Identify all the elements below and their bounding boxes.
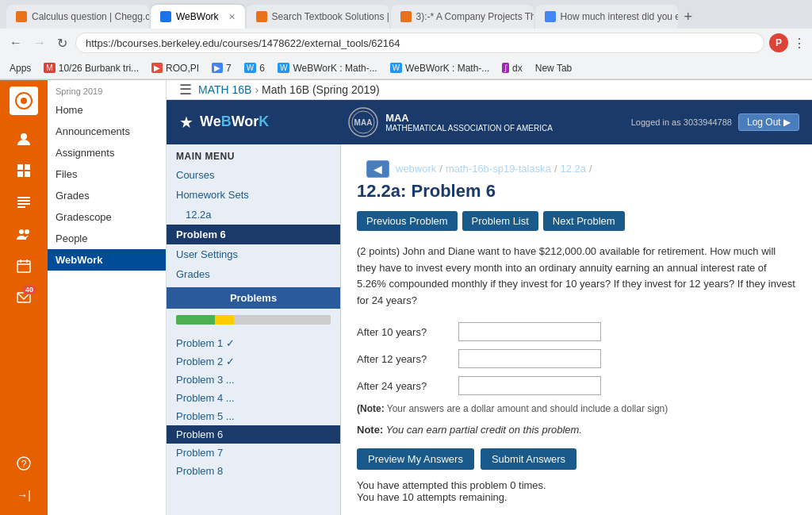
tab-webwork[interactable]: WeBWork ✕: [151, 5, 245, 29]
canvas-calendar-icon[interactable]: [10, 252, 38, 280]
prev-problem-button[interactable]: Previous Problem: [357, 211, 458, 231]
webwork-star-icon: ★: [179, 113, 193, 132]
inbox-badge: 40: [22, 285, 36, 294]
bookmark-gmail-label: 10/26 Burbank tri...: [59, 63, 139, 74]
bookmark-7-label: 7: [226, 63, 232, 74]
maa-subtitle: MATHEMATICAL ASSOCIATION OF AMERICA: [385, 124, 553, 133]
progress-bar: [176, 315, 331, 325]
bookmark-6[interactable]: W 6: [241, 61, 268, 75]
help-icon: ?: [16, 455, 32, 471]
tab-label-company: 3):-* A Company Projects The...: [416, 11, 534, 22]
bookmark-7[interactable]: ▶ 7: [209, 61, 235, 75]
progress-bar-container: [167, 309, 340, 331]
address-input[interactable]: [75, 33, 764, 53]
sidebar-item-webwork[interactable]: WebWork: [48, 249, 166, 271]
sidebar-item-announcements[interactable]: Announcements: [48, 121, 166, 142]
problem-item-5[interactable]: Problem 5 ...: [167, 407, 340, 425]
bookmark-dx[interactable]: ∫ dx: [499, 61, 525, 75]
forward-nav-button[interactable]: →: [30, 33, 49, 53]
new-tab-button[interactable]: +: [680, 9, 698, 25]
sidebar-user-settings-link[interactable]: User Settings: [167, 244, 340, 264]
sidebar-courses-link[interactable]: Courses: [167, 165, 340, 185]
bookmark-webwork1[interactable]: W WeBWorK : Math-...: [274, 61, 381, 75]
canvas-collapse-icon[interactable]: →|: [10, 481, 38, 509]
svg-point-1: [21, 98, 27, 104]
sidebar-item-assignments[interactable]: Assignments: [48, 142, 166, 163]
answer-label-24: After 24 years?: [357, 380, 452, 392]
canvas-courses-icon[interactable]: [10, 188, 38, 217]
tab-company[interactable]: 3):-* A Company Projects The... ✕: [391, 5, 534, 29]
logout-button[interactable]: Log Out ▶: [738, 113, 799, 131]
canvas-logo-icon: [14, 91, 33, 110]
problem-item-4[interactable]: Problem 4 ...: [167, 389, 340, 407]
maa-text: MAA MATHEMATICAL ASSOCIATION OF AMERICA: [385, 112, 553, 133]
profile-icon[interactable]: P: [769, 33, 788, 52]
sidebar-12-2a-link[interactable]: 12.2a: [167, 205, 340, 225]
next-problem-button[interactable]: Next Problem: [543, 211, 625, 231]
svg-point-12: [25, 229, 29, 234]
problem-item-3[interactable]: Problem 3 ...: [167, 371, 340, 389]
sidebar-item-files[interactable]: Files: [48, 163, 166, 185]
breadcrumb-webwork-link[interactable]: webwork: [396, 163, 436, 175]
answer-input-12[interactable]: [458, 349, 601, 368]
sidebar-item-home[interactable]: Home: [48, 99, 166, 121]
bookmark-apps-label: Apps: [10, 63, 31, 74]
problem-item-2[interactable]: Problem 2 ✓: [167, 352, 340, 371]
bookmark-newtab[interactable]: New Tab: [532, 61, 575, 75]
tab-favicon-webwork: [160, 11, 171, 22]
canvas-dashboard-icon[interactable]: [10, 156, 38, 185]
sidebar-item-people[interactable]: People: [48, 228, 166, 249]
svg-rect-13: [17, 261, 30, 272]
tab-interest[interactable]: How much interest did you ear... ✕: [535, 5, 678, 29]
svg-rect-7: [17, 197, 30, 198]
reload-button[interactable]: ↻: [54, 33, 71, 54]
problem-item-8[interactable]: Problem 8: [167, 462, 340, 480]
problem-list-button[interactable]: Problem List: [462, 211, 538, 231]
sidebar-problem6-active[interactable]: Problem 6: [167, 225, 340, 244]
svg-rect-9: [17, 203, 30, 205]
problem-item-1[interactable]: Problem 1 ✓: [167, 334, 340, 352]
groups-icon: [16, 226, 32, 242]
tab-chegg[interactable]: Calculus question | Chegg.com ✕: [6, 5, 149, 29]
svg-text:?: ?: [21, 459, 27, 470]
canvas-groups-icon[interactable]: [10, 220, 38, 248]
bookmark-gmail[interactable]: M 10/26 Burbank tri...: [40, 61, 142, 75]
sidebar-item-grades[interactable]: Grades: [48, 185, 166, 206]
answer-input-10[interactable]: [458, 322, 601, 341]
problem-list: Problem 1 ✓ Problem 2 ✓ Problem 3 ... Pr…: [167, 331, 340, 483]
breadcrumb-back-button[interactable]: ◀: [366, 160, 389, 178]
problem-item-6[interactable]: Problem 6: [167, 425, 340, 444]
sidebar-item-gradescope[interactable]: Gradescope: [48, 206, 166, 228]
bookmark-6-label: 6: [259, 63, 265, 74]
canvas-account-icon[interactable]: [10, 125, 38, 153]
bookmark-apps[interactable]: Apps: [6, 61, 34, 75]
bookmark-roo[interactable]: ▶ ROO,PI: [148, 61, 202, 75]
tab-bar: Calculus question | Chegg.com ✕ WeBWork …: [0, 0, 812, 29]
preview-answers-button[interactable]: Preview My Answers: [357, 448, 474, 470]
svg-rect-10: [17, 206, 25, 208]
bookmark-webwork2[interactable]: W WeBWorK : Math-...: [387, 61, 493, 75]
problem-nav: Previous Problem Problem List Next Probl…: [357, 211, 796, 231]
answer-input-24[interactable]: [458, 376, 601, 395]
submit-row: Preview My Answers Submit Answers: [357, 448, 796, 470]
sidebar-homework-sets-link[interactable]: Homework Sets: [167, 185, 340, 205]
answer-row-10: After 10 years?: [357, 322, 796, 341]
sidebar-grades-link[interactable]: Grades: [167, 264, 340, 284]
tab-favicon-search: [256, 11, 267, 22]
tab-search[interactable]: Search Textbook Solutions | C... ✕: [247, 5, 389, 29]
breadcrumb-course-link2[interactable]: math-16b-sp19-talaska: [446, 163, 551, 175]
dx-icon: ∫: [502, 63, 509, 73]
submit-answers-button[interactable]: Submit Answers: [481, 448, 576, 470]
back-nav-button[interactable]: ←: [6, 33, 25, 53]
canvas-inbox-icon[interactable]: 40: [10, 283, 38, 312]
hamburger-icon[interactable]: ☰: [179, 81, 192, 98]
answer-label-12: After 12 years?: [357, 353, 452, 365]
bookmark-newtab-label: New Tab: [535, 63, 572, 74]
breadcrumb-course-link[interactable]: MATH 16B: [198, 83, 251, 96]
breadcrumb-homework-link[interactable]: 12.2a: [561, 163, 587, 175]
problem-item-7[interactable]: Problem 7: [167, 444, 340, 462]
tab-close-webwork[interactable]: ✕: [228, 12, 236, 22]
progress-yellow: [215, 315, 234, 325]
canvas-help-icon[interactable]: ?: [10, 449, 38, 478]
browser-menu-icon[interactable]: ⋮: [793, 36, 806, 51]
